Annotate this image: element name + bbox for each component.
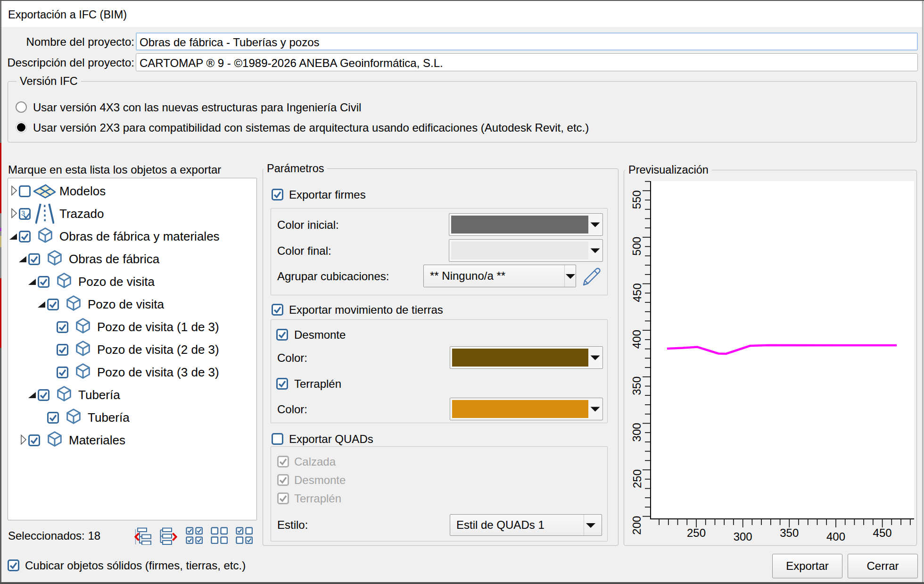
svg-text:350: 350: [631, 376, 644, 395]
svg-text:550: 550: [631, 190, 644, 209]
svg-text:350: 350: [780, 526, 799, 539]
svg-text:250: 250: [687, 526, 706, 539]
svg-text:400: 400: [631, 330, 644, 349]
svg-text:300: 300: [734, 530, 752, 543]
svg-text:500: 500: [631, 237, 644, 256]
svg-text:400: 400: [826, 530, 845, 543]
svg-text:450: 450: [873, 526, 892, 539]
svg-text:250: 250: [631, 469, 644, 488]
svg-text:450: 450: [631, 283, 644, 302]
svg-text:200: 200: [631, 516, 644, 535]
svg-text:300: 300: [631, 423, 644, 442]
